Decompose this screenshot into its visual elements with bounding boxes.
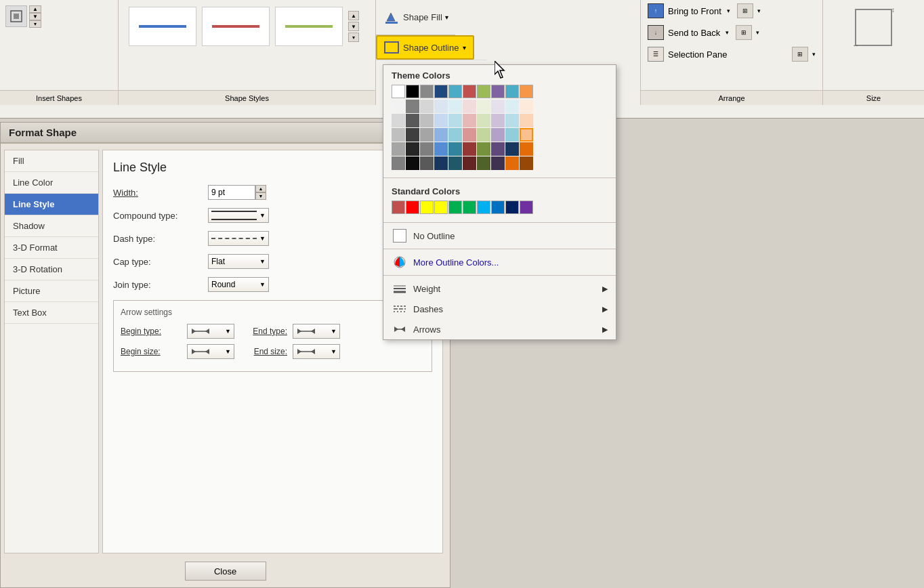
theme-color-shade-cell[interactable] [448, 156, 462, 170]
theme-color-shade-cell[interactable] [520, 128, 533, 142]
selection-pane-extra-btn[interactable]: ⊞ [792, 47, 808, 62]
begin-size-select[interactable]: ▼ [187, 344, 234, 359]
theme-color-shade-cell[interactable] [392, 156, 405, 170]
width-increment-btn[interactable]: ▲ [255, 185, 266, 192]
theme-color-shade-cell[interactable] [505, 156, 519, 170]
theme-color-cell[interactable] [505, 85, 519, 98]
standard-color-cell[interactable] [434, 201, 448, 214]
theme-color-cell[interactable] [448, 85, 462, 98]
standard-color-cell[interactable] [392, 201, 405, 214]
begin-type-select[interactable]: ▼ [187, 324, 234, 339]
shapes-scroll-down[interactable]: ▼ [29, 13, 41, 20]
arrows-item[interactable]: Arrows ▶ [383, 319, 616, 339]
theme-color-cell[interactable] [520, 85, 533, 98]
selection-pane-btn[interactable]: ☰ Selection Pane ⊞ ▾ [641, 43, 822, 65]
send-to-back-btn[interactable]: ↓ Send to Back ▾ ⊞ ▾ [641, 22, 822, 43]
standard-color-cell[interactable] [448, 201, 462, 214]
shape-outline-button[interactable]: Shape Outline ▾ [376, 35, 474, 60]
send-to-back-extra-btn[interactable]: ⊞ [736, 25, 752, 40]
theme-color-shade-cell[interactable] [434, 100, 448, 113]
more-colors-item[interactable]: More Outline Colors... [383, 252, 616, 272]
theme-color-shade-cell[interactable] [448, 100, 462, 113]
styles-scroll-down-btn[interactable]: ▼ [348, 22, 359, 31]
nav-picture[interactable]: Picture [5, 280, 98, 302]
theme-color-shade-cell[interactable] [406, 114, 419, 127]
theme-color-shade-cell[interactable] [477, 142, 490, 156]
standard-color-cell[interactable] [505, 201, 519, 214]
close-button[interactable]: Close [185, 562, 266, 581]
width-decrement-btn[interactable]: ▼ [255, 192, 266, 200]
theme-color-shade-cell[interactable] [392, 128, 405, 142]
theme-color-shade-cell[interactable] [406, 100, 419, 113]
dashes-item[interactable]: Dashes ▶ [383, 299, 616, 319]
theme-color-shade-cell[interactable] [491, 142, 505, 156]
standard-color-cell[interactable] [420, 201, 434, 214]
theme-color-shade-cell[interactable] [491, 156, 505, 170]
theme-color-shade-cell[interactable] [448, 128, 462, 142]
theme-color-shade-cell[interactable] [392, 100, 405, 113]
theme-color-shade-cell[interactable] [434, 114, 448, 127]
theme-color-shade-cell[interactable] [505, 114, 519, 127]
theme-color-shade-cell[interactable] [463, 100, 476, 113]
theme-color-shade-cell[interactable] [477, 156, 490, 170]
theme-color-cell[interactable] [406, 85, 419, 98]
cap-type-dropdown[interactable]: Flat ▼ [208, 254, 269, 269]
theme-color-shade-cell[interactable] [420, 100, 434, 113]
theme-color-shade-cell[interactable] [392, 142, 405, 156]
compound-type-dropdown[interactable]: ▼ [208, 208, 269, 223]
theme-color-shade-cell[interactable] [420, 114, 434, 127]
theme-color-shade-cell[interactable] [520, 142, 533, 156]
nav-text-box[interactable]: Text Box [5, 302, 98, 324]
theme-color-shade-cell[interactable] [520, 100, 533, 113]
theme-color-shade-cell[interactable] [463, 128, 476, 142]
shapes-scroll-up[interactable]: ▲ [29, 5, 41, 13]
bring-to-front-extra-btn[interactable]: ⊞ [737, 3, 753, 18]
shape-fill-button[interactable]: Shape Fill ▾ [376, 0, 455, 35]
theme-color-shade-cell[interactable] [477, 128, 490, 142]
nav-fill[interactable]: Fill [5, 150, 98, 172]
theme-color-shade-cell[interactable] [448, 142, 462, 156]
theme-color-shade-cell[interactable] [477, 100, 490, 113]
theme-color-cell[interactable] [477, 85, 490, 98]
theme-color-shade-cell[interactable] [505, 100, 519, 113]
style-sample-1[interactable] [129, 7, 196, 46]
theme-color-shade-cell[interactable] [505, 128, 519, 142]
theme-color-cell[interactable] [392, 85, 405, 98]
styles-scroll-expand-btn[interactable]: ▾ [348, 33, 359, 42]
theme-color-shade-cell[interactable] [448, 114, 462, 127]
dash-type-dropdown[interactable]: ▼ [208, 231, 269, 246]
nav-line-style[interactable]: Line Style [5, 194, 98, 215]
theme-color-shade-cell[interactable] [406, 128, 419, 142]
standard-color-cell[interactable] [477, 201, 490, 214]
end-size-select[interactable]: ▼ [293, 344, 340, 359]
theme-color-cell[interactable] [420, 85, 434, 98]
theme-color-cell[interactable] [491, 85, 505, 98]
nav-shadow[interactable]: Shadow [5, 215, 98, 237]
weight-item[interactable]: Weight ▶ [383, 278, 616, 299]
theme-color-shade-cell[interactable] [463, 114, 476, 127]
width-input[interactable] [208, 185, 255, 200]
shapes-scroll-expand[interactable]: ▾ [29, 20, 41, 28]
theme-color-shade-cell[interactable] [392, 114, 405, 127]
theme-color-shade-cell[interactable] [463, 142, 476, 156]
standard-color-cell[interactable] [491, 201, 505, 214]
join-type-dropdown[interactable]: Round ▼ [208, 277, 269, 292]
theme-color-shade-cell[interactable] [520, 114, 533, 127]
theme-color-shade-cell[interactable] [434, 156, 448, 170]
no-outline-item[interactable]: No Outline [383, 226, 616, 246]
theme-color-shade-cell[interactable] [406, 156, 419, 170]
style-sample-2[interactable] [202, 7, 270, 46]
theme-color-shade-cell[interactable] [420, 128, 434, 142]
theme-color-shade-cell[interactable] [520, 156, 533, 170]
theme-color-shade-cell[interactable] [477, 114, 490, 127]
nav-3d-format[interactable]: 3-D Format [5, 237, 98, 259]
style-sample-3[interactable] [275, 7, 343, 46]
theme-color-shade-cell[interactable] [491, 100, 505, 113]
theme-color-shade-cell[interactable] [505, 142, 519, 156]
theme-color-shade-cell[interactable] [420, 156, 434, 170]
styles-scroll-up-btn[interactable]: ▲ [348, 11, 359, 20]
standard-color-cell[interactable] [520, 201, 533, 214]
theme-color-shade-cell[interactable] [420, 142, 434, 156]
end-type-select[interactable]: ▼ [293, 324, 340, 339]
theme-color-shade-cell[interactable] [434, 142, 448, 156]
